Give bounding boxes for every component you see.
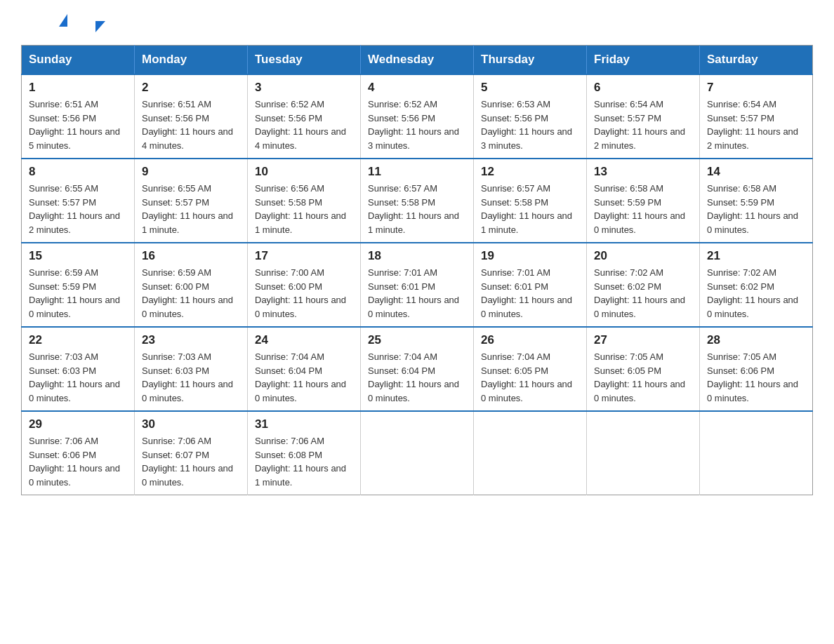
- day-info: Sunrise: 6:57 AMSunset: 5:58 PMDaylight:…: [368, 183, 459, 235]
- day-number: 5: [481, 81, 579, 95]
- day-info: Sunrise: 6:57 AMSunset: 5:58 PMDaylight:…: [481, 183, 572, 235]
- day-info: Sunrise: 6:51 AMSunset: 5:56 PMDaylight:…: [29, 99, 120, 151]
- day-number: 30: [142, 417, 240, 431]
- day-info: Sunrise: 7:04 AMSunset: 6:04 PMDaylight:…: [255, 351, 346, 403]
- calendar-cell: 15 Sunrise: 6:59 AMSunset: 5:59 PMDaylig…: [22, 243, 135, 327]
- day-info: Sunrise: 7:03 AMSunset: 6:03 PMDaylight:…: [142, 351, 233, 403]
- day-info: Sunrise: 6:51 AMSunset: 5:56 PMDaylight:…: [142, 99, 233, 151]
- calendar-cell: 11 Sunrise: 6:57 AMSunset: 5:58 PMDaylig…: [361, 159, 474, 243]
- day-number: 26: [481, 333, 579, 347]
- day-info: Sunrise: 7:05 AMSunset: 6:06 PMDaylight:…: [707, 351, 798, 403]
- day-info: Sunrise: 7:04 AMSunset: 6:05 PMDaylight:…: [481, 351, 572, 403]
- day-info: Sunrise: 7:02 AMSunset: 6:02 PMDaylight:…: [707, 267, 798, 319]
- calendar-cell: 31 Sunrise: 7:06 AMSunset: 6:08 PMDaylig…: [248, 411, 361, 495]
- calendar-cell: 27 Sunrise: 7:05 AMSunset: 6:05 PMDaylig…: [587, 327, 700, 411]
- calendar-cell: 6 Sunrise: 6:54 AMSunset: 5:57 PMDayligh…: [587, 74, 700, 159]
- calendar-cell: 9 Sunrise: 6:55 AMSunset: 5:57 PMDayligh…: [135, 159, 248, 243]
- day-number: 31: [255, 417, 353, 431]
- calendar-cell: 20 Sunrise: 7:02 AMSunset: 6:02 PMDaylig…: [587, 243, 700, 327]
- calendar-cell: 10 Sunrise: 6:56 AMSunset: 5:58 PMDaylig…: [248, 159, 361, 243]
- calendar-cell: [700, 411, 813, 495]
- calendar-cell: 17 Sunrise: 7:00 AMSunset: 6:00 PMDaylig…: [248, 243, 361, 327]
- day-number: 14: [707, 165, 805, 179]
- day-number: 8: [29, 165, 127, 179]
- header-saturday: Saturday: [700, 46, 813, 75]
- day-info: Sunrise: 6:59 AMSunset: 5:59 PMDaylight:…: [29, 267, 120, 319]
- day-number: 13: [594, 165, 692, 179]
- day-info: Sunrise: 6:54 AMSunset: 5:57 PMDaylight:…: [707, 99, 798, 151]
- day-info: Sunrise: 6:52 AMSunset: 5:56 PMDaylight:…: [255, 99, 346, 151]
- calendar-table: SundayMondayTuesdayWednesdayThursdayFrid…: [21, 45, 813, 495]
- day-info: Sunrise: 7:06 AMSunset: 6:08 PMDaylight:…: [255, 436, 346, 488]
- day-info: Sunrise: 7:06 AMSunset: 6:07 PMDaylight:…: [142, 436, 233, 488]
- day-info: Sunrise: 6:54 AMSunset: 5:57 PMDaylight:…: [594, 99, 685, 151]
- calendar-cell: 23 Sunrise: 7:03 AMSunset: 6:03 PMDaylig…: [135, 327, 248, 411]
- header-monday: Monday: [135, 46, 248, 75]
- calendar-cell: 7 Sunrise: 6:54 AMSunset: 5:57 PMDayligh…: [700, 74, 813, 159]
- day-info: Sunrise: 7:02 AMSunset: 6:02 PMDaylight:…: [594, 267, 685, 319]
- day-number: 9: [142, 165, 240, 179]
- day-number: 7: [707, 81, 805, 95]
- day-number: 3: [255, 81, 353, 95]
- calendar-cell: 19 Sunrise: 7:01 AMSunset: 6:01 PMDaylig…: [474, 243, 587, 327]
- day-info: Sunrise: 6:58 AMSunset: 5:59 PMDaylight:…: [594, 183, 685, 235]
- page-header: [21, 14, 813, 32]
- day-info: Sunrise: 6:53 AMSunset: 5:56 PMDaylight:…: [481, 99, 572, 151]
- day-info: Sunrise: 7:01 AMSunset: 6:01 PMDaylight:…: [368, 267, 459, 319]
- day-number: 6: [594, 81, 692, 95]
- calendar-cell: 13 Sunrise: 6:58 AMSunset: 5:59 PMDaylig…: [587, 159, 700, 243]
- day-info: Sunrise: 7:01 AMSunset: 6:01 PMDaylight:…: [481, 267, 572, 319]
- day-number: 17: [255, 249, 353, 263]
- day-info: Sunrise: 7:03 AMSunset: 6:03 PMDaylight:…: [29, 351, 120, 403]
- calendar-week-row: 8 Sunrise: 6:55 AMSunset: 5:57 PMDayligh…: [22, 159, 813, 243]
- day-number: 22: [29, 333, 127, 347]
- day-number: 18: [368, 249, 466, 263]
- header-wednesday: Wednesday: [361, 46, 474, 75]
- calendar-cell: 1 Sunrise: 6:51 AMSunset: 5:56 PMDayligh…: [22, 74, 135, 159]
- day-info: Sunrise: 6:55 AMSunset: 5:57 PMDaylight:…: [29, 183, 120, 235]
- header-tuesday: Tuesday: [248, 46, 361, 75]
- day-number: 10: [255, 165, 353, 179]
- calendar-cell: 16 Sunrise: 6:59 AMSunset: 6:00 PMDaylig…: [135, 243, 248, 327]
- calendar-week-row: 29 Sunrise: 7:06 AMSunset: 6:06 PMDaylig…: [22, 411, 813, 495]
- day-info: Sunrise: 7:00 AMSunset: 6:00 PMDaylight:…: [255, 267, 346, 319]
- day-info: Sunrise: 6:58 AMSunset: 5:59 PMDaylight:…: [707, 183, 798, 235]
- day-number: 20: [594, 249, 692, 263]
- header-thursday: Thursday: [474, 46, 587, 75]
- calendar-cell: 29 Sunrise: 7:06 AMSunset: 6:06 PMDaylig…: [22, 411, 135, 495]
- day-number: 28: [707, 333, 805, 347]
- day-number: 21: [707, 249, 805, 263]
- calendar-cell: 25 Sunrise: 7:04 AMSunset: 6:04 PMDaylig…: [361, 327, 474, 411]
- day-info: Sunrise: 7:05 AMSunset: 6:05 PMDaylight:…: [594, 351, 685, 403]
- day-info: Sunrise: 7:06 AMSunset: 6:06 PMDaylight:…: [29, 436, 120, 488]
- day-number: 4: [368, 81, 466, 95]
- day-number: 11: [368, 165, 466, 179]
- calendar-week-row: 1 Sunrise: 6:51 AMSunset: 5:56 PMDayligh…: [22, 74, 813, 159]
- calendar-cell: 21 Sunrise: 7:02 AMSunset: 6:02 PMDaylig…: [700, 243, 813, 327]
- calendar-cell: 12 Sunrise: 6:57 AMSunset: 5:58 PMDaylig…: [474, 159, 587, 243]
- day-info: Sunrise: 7:04 AMSunset: 6:04 PMDaylight:…: [368, 351, 459, 403]
- day-number: 24: [255, 333, 353, 347]
- day-number: 29: [29, 417, 127, 431]
- day-number: 19: [481, 249, 579, 263]
- day-number: 16: [142, 249, 240, 263]
- calendar-cell: 22 Sunrise: 7:03 AMSunset: 6:03 PMDaylig…: [22, 327, 135, 411]
- calendar-cell: 14 Sunrise: 6:58 AMSunset: 5:59 PMDaylig…: [700, 159, 813, 243]
- calendar-cell: [361, 411, 474, 495]
- day-number: 23: [142, 333, 240, 347]
- header-sunday: Sunday: [22, 46, 135, 75]
- calendar-cell: 8 Sunrise: 6:55 AMSunset: 5:57 PMDayligh…: [22, 159, 135, 243]
- calendar-week-row: 22 Sunrise: 7:03 AMSunset: 6:03 PMDaylig…: [22, 327, 813, 411]
- calendar-cell: 30 Sunrise: 7:06 AMSunset: 6:07 PMDaylig…: [135, 411, 248, 495]
- calendar-week-row: 15 Sunrise: 6:59 AMSunset: 5:59 PMDaylig…: [22, 243, 813, 327]
- calendar-cell: 2 Sunrise: 6:51 AMSunset: 5:56 PMDayligh…: [135, 74, 248, 159]
- calendar-cell: [474, 411, 587, 495]
- day-number: 2: [142, 81, 240, 95]
- day-info: Sunrise: 6:55 AMSunset: 5:57 PMDaylight:…: [142, 183, 233, 235]
- calendar-cell: [587, 411, 700, 495]
- day-number: 25: [368, 333, 466, 347]
- day-number: 1: [29, 81, 127, 95]
- day-info: Sunrise: 6:56 AMSunset: 5:58 PMDaylight:…: [255, 183, 346, 235]
- day-number: 15: [29, 249, 127, 263]
- logo: [21, 14, 102, 32]
